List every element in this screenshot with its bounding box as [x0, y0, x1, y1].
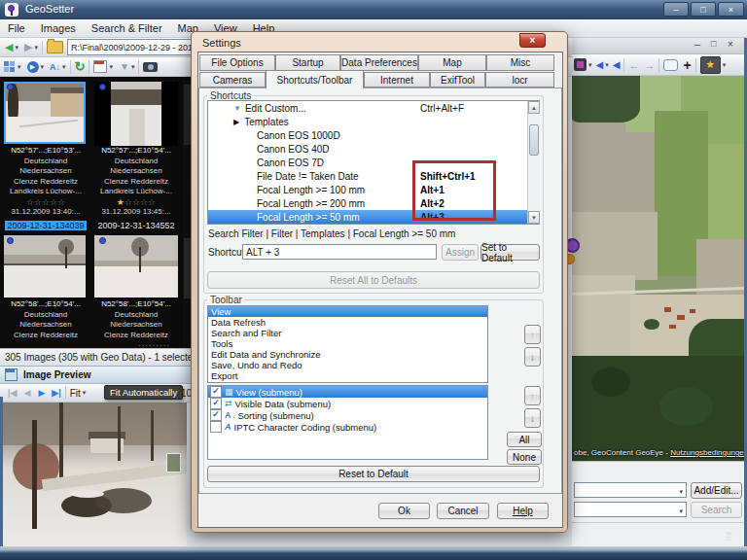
thumb-filename[interactable]: 2009-12-31-134039 — [2, 219, 89, 231]
forward-dropdown-icon[interactable]: ▾ — [34, 44, 38, 52]
sort-icon[interactable]: A↓ — [50, 62, 60, 72]
checkbox-checked[interactable]: ✓ — [210, 386, 222, 398]
pan-left-icon[interactable]: ◀ — [596, 59, 604, 70]
goto-marker-icon[interactable]: ◀ — [613, 59, 621, 70]
refresh-icon[interactable]: ↻ — [75, 59, 86, 74]
toolbar-categories-list[interactable]: View Data Refresh Search and Filter Tool… — [207, 305, 488, 383]
checkbox-checked[interactable]: ✓ — [210, 398, 222, 409]
submenu-row[interactable]: ✓ ⇄ Visible Data (submenu) — [208, 398, 487, 409]
toolbar-category[interactable]: Export — [208, 370, 487, 381]
date-filter-dropdown-icon[interactable]: ▾ — [109, 63, 113, 71]
thumbnail-image[interactable] — [4, 235, 86, 298]
star-rating[interactable]: ☆☆☆☆☆ — [2, 197, 89, 208]
tab-misc[interactable]: Misc — [486, 54, 554, 71]
preview-photo[interactable] — [3, 402, 187, 546]
search-combo[interactable]: ▾ — [574, 502, 687, 517]
tab-locr[interactable]: locr — [485, 72, 554, 88]
last-image-icon[interactable]: ▶| — [52, 388, 60, 398]
toolbar-category[interactable]: Tools — [208, 338, 487, 349]
star-rating[interactable]: ★☆☆☆☆ — [92, 197, 180, 208]
shortcut-row[interactable]: ▼ Edit Custom... Ctrl+Alt+F — [208, 101, 539, 115]
shortcuts-scrollbar[interactable]: ▲ ▼ — [527, 101, 540, 224]
toolbar-category[interactable]: Search and Filter — [208, 328, 487, 338]
select-none-button[interactable]: None — [507, 449, 542, 465]
tab-shortcuts-toolbar[interactable]: Shortcuts/Toolbar — [266, 70, 364, 88]
tab-exiftool[interactable]: ExifTool — [430, 72, 485, 88]
maximize-button[interactable]: □ — [691, 2, 716, 17]
image-data-dropdown-icon[interactable]: ▾ — [41, 63, 45, 71]
back-icon[interactable]: ◀ — [5, 41, 13, 53]
history-back-icon[interactable]: ← — [628, 59, 639, 71]
camera-icon[interactable] — [143, 62, 158, 72]
thumbnail-image[interactable] — [94, 235, 178, 298]
scroll-down-button[interactable]: ▼ — [528, 211, 540, 224]
open-folder-icon[interactable] — [47, 41, 63, 53]
history-forward-icon[interactable]: → — [644, 59, 655, 71]
move-category-down-button[interactable]: ↓ — [524, 347, 541, 367]
minimize-button[interactable]: – — [663, 2, 689, 17]
tab-cameras[interactable]: Cameras — [199, 72, 266, 88]
location-combo[interactable]: ▾ — [574, 482, 687, 498]
thumb-filename[interactable]: 2009-12-31-134552 — [92, 219, 180, 231]
pan-left-dropdown-icon[interactable]: ▾ — [605, 61, 609, 69]
location-combo-dropdown-icon[interactable]: ▾ — [679, 488, 683, 496]
toolbar-category[interactable]: Edit Data and Synchronize — [208, 349, 487, 360]
comment-bubble-icon[interactable] — [663, 59, 678, 71]
help-button[interactable]: Help — [497, 503, 549, 519]
tab-data-preferences[interactable]: Data Preferences — [340, 54, 418, 71]
filter-dropdown-icon[interactable]: ▾ — [131, 63, 135, 71]
toolbar-category-selected[interactable]: View — [208, 306, 487, 317]
sort-dropdown-icon[interactable]: ▾ — [62, 63, 66, 71]
folder-path-input[interactable] — [67, 39, 196, 55]
satellite-map[interactable]: obe, GeoContent GeoEye - Nutzungsbedingu… — [572, 76, 744, 461]
search-combo-dropdown-icon[interactable]: ▾ — [679, 508, 683, 515]
date-filter-icon[interactable] — [93, 60, 107, 73]
submenu-row-selected[interactable]: ✓ ▦ View (submenu) — [208, 386, 487, 398]
map-type-icon[interactable] — [574, 58, 587, 71]
thumbnail-image[interactable] — [4, 82, 86, 144]
thumbnail-cell[interactable]: N52°57'...;E10°53'... Deutschland Nieder… — [2, 80, 89, 232]
filter-icon[interactable]: ▼ — [120, 61, 129, 72]
expand-arrow-icon[interactable]: ▶ — [233, 118, 239, 126]
assign-button[interactable]: Assign — [442, 244, 479, 261]
terms-link[interactable]: Nutzungsbedingungen — [670, 448, 744, 457]
dialog-close-button[interactable]: × — [519, 33, 546, 48]
favorites-dropdown-icon[interactable]: ▾ — [723, 61, 727, 69]
thumbnail-view-icon[interactable] — [4, 61, 16, 73]
scrollbar-thumb[interactable] — [529, 124, 539, 156]
toolbar-submenu-list[interactable]: ✓ ▦ View (submenu) ✓ ⇄ Visible Data (sub… — [207, 385, 488, 460]
forward-icon[interactable]: ▶ — [24, 41, 32, 53]
map-maximize-button[interactable]: □ — [711, 39, 716, 49]
add-edit-button[interactable]: Add/Edit... — [691, 482, 742, 499]
fit-dropdown[interactable]: Fit — [70, 388, 81, 399]
menu-images[interactable]: Images — [33, 19, 84, 37]
cancel-button[interactable]: Cancel — [437, 503, 489, 519]
submenu-row[interactable]: A IPTC Character Coding (submenu) — [208, 421, 487, 433]
checkbox-unchecked[interactable] — [210, 421, 222, 433]
thumbnail-cell[interactable]: N52°58'...;E10°54'... Deutschland Nieder… — [92, 233, 180, 348]
fit-dropdown-icon[interactable]: ▾ — [83, 389, 87, 397]
move-submenu-up-button[interactable]: ↑ — [524, 386, 541, 405]
thumbnail-view-dropdown-icon[interactable]: ▾ — [18, 63, 21, 71]
search-button[interactable]: Search — [691, 502, 742, 518]
next-image-icon[interactable]: ▶ — [38, 388, 45, 398]
close-button[interactable]: × — [718, 2, 744, 17]
shortcut-row[interactable]: Canon EOS 1000D — [208, 128, 539, 142]
select-all-button[interactable]: All — [507, 432, 542, 447]
menu-search-filter[interactable]: Search & Filter — [84, 19, 170, 37]
first-image-icon[interactable]: |◀ — [8, 388, 17, 398]
toolbar-category[interactable]: Data Refresh — [208, 317, 487, 328]
thumbnail-image[interactable] — [94, 82, 178, 146]
submenu-row[interactable]: ✓ A↓ Sorting (submenu) — [208, 409, 487, 421]
shortcut-row[interactable]: Canon EOS 40D — [208, 142, 539, 156]
move-submenu-down-button[interactable]: ↓ — [524, 408, 541, 428]
move-category-up-button[interactable]: ↑ — [524, 325, 541, 344]
map-minimize-button[interactable]: – — [694, 38, 700, 50]
ok-button[interactable]: Ok — [378, 503, 430, 519]
thumbnail-cell[interactable]: N52°58'...;E10°54'... Deutschland Nieder… — [2, 233, 89, 348]
tab-map[interactable]: Map — [418, 54, 486, 71]
reset-to-default-button[interactable]: Reset to Default — [207, 466, 540, 482]
tab-startup[interactable]: Startup — [275, 54, 340, 71]
shortcut-row[interactable]: ▶ Templates — [208, 115, 539, 128]
back-dropdown-icon[interactable]: ▾ — [15, 44, 18, 52]
